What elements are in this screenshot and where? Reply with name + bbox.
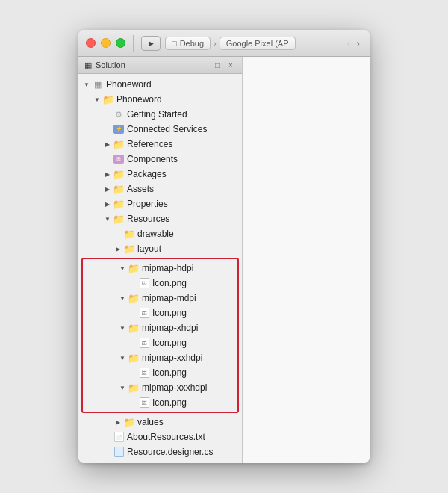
icon-mdpi-label: Icon.png xyxy=(152,306,187,320)
triangle-mipmap-xxxhdpi xyxy=(117,385,128,391)
tree-item-mipmap-xxhdpi[interactable]: 📁 mipmap-xxhdpi xyxy=(83,350,237,365)
file-img-xxxhdpi-icon: 🖼 xyxy=(138,397,150,408)
folder-values-icon: 📁 xyxy=(123,417,135,427)
file-img-hdpi-icon: 🖼 xyxy=(138,278,150,288)
icon-xhdpi-label: Icon.png xyxy=(152,336,187,350)
triangle-mipmap-xhdpi xyxy=(117,325,128,332)
tree-item-references[interactable]: 📁 References xyxy=(78,137,242,152)
back-arrow[interactable]: ‹ xyxy=(345,37,353,49)
proj-label: Phoneword xyxy=(116,93,162,106)
tree-item-mipmap-mdpi[interactable]: 📁 mipmap-mdpi xyxy=(83,291,237,306)
solution-tree: ▦ Phoneword 📁 Phoneword ⚙ Getting Starte… xyxy=(78,74,242,463)
triangle-mipmap-xxhdpi xyxy=(117,355,128,362)
folder-assets-icon: 📁 xyxy=(113,184,125,194)
panel-header: ▦ Solution □ × xyxy=(78,57,242,74)
close-button[interactable] xyxy=(86,38,96,48)
forward-arrow[interactable]: › xyxy=(354,37,362,49)
tree-item-getting-started[interactable]: ⚙ Getting Started xyxy=(78,107,242,122)
mipmap-xxxhdpi-label: mipmap-xxxhdpi xyxy=(142,381,207,394)
tree-item-resource-designer[interactable]: Resource.designer.cs xyxy=(78,444,242,459)
folder-mipmap-mdpi-icon: 📁 xyxy=(128,293,140,303)
tree-item-icon-xxxhdpi[interactable]: 🖼 Icon.png xyxy=(83,395,237,410)
references-label: References xyxy=(127,137,172,151)
triangle-res xyxy=(102,216,113,223)
tree-item-icon-hdpi[interactable]: 🖼 Icon.png xyxy=(83,276,237,291)
assets-label: Assets xyxy=(127,182,154,196)
mipmap-highlight-region: 📁 mipmap-hdpi 🖼 Icon.png xyxy=(81,258,239,413)
triangle-props xyxy=(102,201,113,208)
gear-icon: ⚙ xyxy=(113,109,125,120)
tree-item-assets[interactable]: 📁 Assets xyxy=(78,182,242,196)
mipmap-xhdpi-label: mipmap-xhdpi xyxy=(142,321,198,335)
properties-label: Properties xyxy=(127,197,168,211)
mipmap-xxhdpi-label: mipmap-xxhdpi xyxy=(142,351,202,365)
debug-config[interactable]: □ Debug xyxy=(165,37,211,50)
folder-props-icon: 📁 xyxy=(113,199,125,209)
tree-item-drawable[interactable]: 📁 drawable xyxy=(78,226,242,241)
mipmap-hdpi-label: mipmap-hdpi xyxy=(142,261,193,275)
tree-item-icon-xxhdpi[interactable]: 🖼 Icon.png xyxy=(83,365,237,380)
tree-item-components[interactable]: ⊞ Components xyxy=(78,152,242,167)
tree-item-root-phoneword[interactable]: ▦ Phoneword xyxy=(78,77,242,92)
run-button[interactable] xyxy=(141,36,161,51)
tree-item-mipmap-xxxhdpi[interactable]: 📁 mipmap-xxxhdpi xyxy=(83,380,237,395)
tree-item-packages[interactable]: 📁 Packages xyxy=(78,167,242,182)
tree-item-mipmap-hdpi[interactable]: 📁 mipmap-hdpi xyxy=(83,261,237,276)
maximize-button[interactable] xyxy=(116,38,125,48)
triangle-pkg xyxy=(102,171,113,178)
content-area: ▦ Solution □ × ▦ Phoneword xyxy=(78,57,370,463)
tree-item-properties[interactable]: 📁 Properties xyxy=(78,196,242,211)
icon-xxhdpi-label: Icon.png xyxy=(152,366,187,379)
connected-services-icon: ⚡ xyxy=(113,124,125,134)
folder-pkg-icon: 📁 xyxy=(113,169,125,179)
tree-item-connected-services[interactable]: ⚡ Connected Services xyxy=(78,122,242,137)
device-label: Google Pixel (AP xyxy=(226,39,289,48)
tree-item-resources[interactable]: 📁 Resources xyxy=(78,211,242,226)
close-panel-icon[interactable]: × xyxy=(225,60,236,70)
breadcrumb-arrow: › xyxy=(214,39,217,48)
device-selector[interactable]: Google Pixel (AP xyxy=(220,37,296,50)
tree-item-phoneword-proj[interactable]: 📁 Phoneword xyxy=(78,92,242,107)
triangle-values xyxy=(113,419,123,426)
folder-layout-icon: 📁 xyxy=(123,244,135,254)
panel-title: ▦ Solution xyxy=(84,61,125,70)
folder-res-icon: 📁 xyxy=(113,214,125,224)
resources-label: Resources xyxy=(127,212,169,226)
layout-label: layout xyxy=(137,242,161,255)
file-img-xhdpi-icon: 🖼 xyxy=(138,338,150,348)
panel-header-label: Solution xyxy=(96,61,125,69)
solution-icon: ▦ xyxy=(92,79,104,90)
minimize-button[interactable] xyxy=(101,38,111,48)
icon-xxxhdpi-label: Icon.png xyxy=(152,396,187,409)
values-label: values xyxy=(137,415,164,429)
components-icon: ⊞ xyxy=(113,154,125,164)
tree-item-icon-xhdpi[interactable]: 🖼 Icon.png xyxy=(83,335,237,350)
tree-item-icon-mdpi[interactable]: 🖼 Icon.png xyxy=(83,306,237,320)
solution-panel: ▦ Solution □ × ▦ Phoneword xyxy=(78,57,243,463)
icon-hdpi-label: Icon.png xyxy=(152,276,187,290)
debug-label: Debug xyxy=(180,39,204,48)
folder-cyan-icon: 📁 xyxy=(113,139,125,149)
resource-designer-label: Resource.designer.cs xyxy=(127,445,213,459)
main-window: □ Debug › Google Pixel (AP ‹ › ▦ Solutio… xyxy=(78,30,370,463)
drawable-label: drawable xyxy=(137,227,174,241)
solution-icon: ▦ xyxy=(84,61,92,70)
mipmap-mdpi-label: mipmap-mdpi xyxy=(142,291,196,305)
file-txt-icon: 📄 xyxy=(113,432,125,442)
packages-label: Packages xyxy=(127,167,167,181)
tree-item-values[interactable]: 📁 values xyxy=(78,415,242,430)
tree-item-layout[interactable]: 📁 layout xyxy=(78,241,242,256)
triangle-mipmap-mdpi xyxy=(117,295,128,302)
main-editor-panel xyxy=(243,57,370,463)
triangle-root xyxy=(81,81,92,88)
panel-header-icons: □ × xyxy=(212,60,236,70)
breadcrumb: □ Debug › Google Pixel (AP xyxy=(165,37,296,50)
file-img-xxhdpi-icon: 🖼 xyxy=(138,368,150,378)
tree-item-about-resources[interactable]: 📄 AboutResources.txt xyxy=(78,430,242,444)
file-cs-icon xyxy=(113,447,125,457)
triangle-mipmap-hdpi xyxy=(117,265,128,272)
collapse-icon[interactable]: □ xyxy=(212,60,223,70)
triangle-layout xyxy=(113,246,123,252)
tree-item-mipmap-xhdpi[interactable]: 📁 mipmap-xhdpi xyxy=(83,320,237,335)
folder-blue-icon: 📁 xyxy=(102,94,114,105)
